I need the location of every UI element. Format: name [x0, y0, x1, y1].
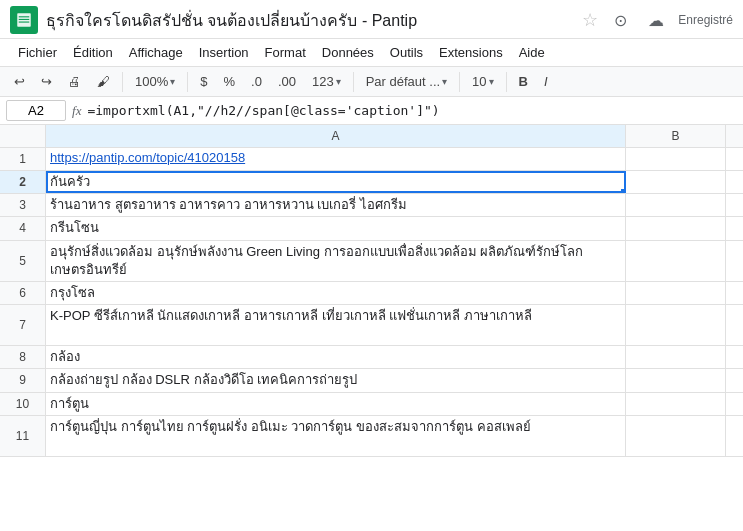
print-button[interactable]: 🖨 — [62, 71, 87, 92]
star-icon[interactable]: ☆ — [582, 9, 598, 31]
cell-b10[interactable] — [626, 393, 726, 415]
cell-a10[interactable]: การ์ตูน — [46, 393, 626, 415]
cell-a3-content: ร้านอาหาร สูตรอาหาร อาหารคาว อาหารหวาน เ… — [50, 196, 407, 214]
table-row: 2 กันครัว — [0, 171, 743, 194]
cell-a11-content: การ์ตูนญี่ปุน การ์ตูนไทย การ์ตูนฝรั่ง อน… — [50, 418, 531, 436]
cell-b2[interactable] — [626, 171, 726, 193]
cell-a11[interactable]: การ์ตูนญี่ปุน การ์ตูนไทย การ์ตูนฝรั่ง อน… — [46, 416, 626, 456]
cell-b9[interactable] — [626, 369, 726, 391]
redo-button[interactable]: ↪ — [35, 71, 58, 92]
table-row: 4 กรีนโซน — [0, 217, 743, 240]
menu-donnees[interactable]: Données — [314, 41, 382, 64]
cell-a6-content: กรุงโซล — [50, 284, 95, 302]
fontsize-dropdown[interactable]: 10 ▾ — [466, 71, 499, 92]
decimal00-button[interactable]: .00 — [272, 71, 302, 92]
separator-3 — [353, 72, 354, 92]
column-header-a[interactable]: A — [46, 125, 626, 147]
row-number-9[interactable]: 9 — [0, 369, 46, 391]
format-type-dropdown[interactable]: 123 ▾ — [306, 71, 347, 92]
cell-a5-content: อนุรักษ์สิ่งแวดล้อม อนุรักษ์พลังงาน Gree… — [50, 243, 621, 279]
cell-a9-content: กล้องถ่ายรูป กล้อง DSLR กล้องวิดีโอ เทคน… — [50, 371, 357, 389]
title-bar: ธุรกิจใครโดนดิสรัปชั่น จนต้องเปลี่ยนบ้าง… — [0, 0, 743, 39]
row-number-6[interactable]: 6 — [0, 282, 46, 304]
svg-rect-3 — [19, 22, 30, 23]
row-number-8[interactable]: 8 — [0, 346, 46, 368]
currency-button[interactable]: $ — [194, 71, 213, 92]
formula-content: =importxml(A1,"//h2//span[@class='captio… — [87, 103, 737, 118]
chevron-down-icon-3: ▾ — [442, 76, 447, 87]
menu-extensions[interactable]: Extensions — [431, 41, 511, 64]
history-icon[interactable]: ⊙ — [606, 6, 634, 34]
menu-fichier[interactable]: Fichier — [10, 41, 65, 64]
separator-1 — [122, 72, 123, 92]
toolbar: ↩ ↪ 🖨 🖌 100% ▾ $ % .0 .00 123 ▾ Par défa… — [0, 66, 743, 97]
decimal0-button[interactable]: .0 — [245, 71, 268, 92]
row-number-3[interactable]: 3 — [0, 194, 46, 216]
formula-icon: fx — [72, 103, 81, 119]
row-number-4[interactable]: 4 — [0, 217, 46, 239]
cell-a2[interactable]: กันครัว — [46, 171, 626, 193]
cell-a9[interactable]: กล้องถ่ายรูป กล้อง DSLR กล้องวิดีโอ เทคน… — [46, 369, 626, 391]
cell-b6[interactable] — [626, 282, 726, 304]
menu-format[interactable]: Format — [257, 41, 314, 64]
zoom-dropdown[interactable]: 100% ▾ — [129, 71, 181, 92]
cell-b7[interactable] — [626, 305, 726, 345]
cell-b11[interactable] — [626, 416, 726, 456]
undo-button[interactable]: ↩ — [8, 71, 31, 92]
svg-rect-2 — [19, 19, 30, 20]
cloud-icon[interactable]: ☁ — [642, 6, 670, 34]
document-title: ธุรกิจใครโดนดิสรัปชั่น จนต้องเปลี่ยนบ้าง… — [46, 8, 582, 33]
cell-a7-content: K-POP ซีรีส์เกาหลี นักแสดงเกาหลี อาหารเก… — [50, 307, 532, 325]
cell-a7[interactable]: K-POP ซีรีส์เกาหลี นักแสดงเกาหลี อาหารเก… — [46, 305, 626, 345]
cell-b3[interactable] — [626, 194, 726, 216]
column-header-b[interactable]: B — [626, 125, 726, 147]
cell-a1[interactable]: https://pantip.com/topic/41020158 — [46, 148, 626, 170]
menu-bar: Fichier Édition Affichage Insertion Form… — [0, 39, 743, 66]
svg-rect-1 — [19, 16, 30, 17]
row-number-5[interactable]: 5 — [0, 241, 46, 281]
cell-a8-content: กล้อง — [50, 348, 80, 366]
spreadsheet: A B 1 https://pantip.com/topic/41020158 … — [0, 125, 743, 531]
menu-affichage[interactable]: Affichage — [121, 41, 191, 64]
cell-a2-content: กันครัว — [50, 173, 90, 191]
font-dropdown[interactable]: Par défaut ... ▾ — [360, 71, 453, 92]
menu-insertion[interactable]: Insertion — [191, 41, 257, 64]
cell-a8[interactable]: กล้อง — [46, 346, 626, 368]
row-number-1[interactable]: 1 — [0, 148, 46, 170]
column-headers: A B — [0, 125, 743, 148]
fill-handle[interactable] — [621, 189, 626, 193]
cell-a4[interactable]: กรีนโซน — [46, 217, 626, 239]
cell-a1-link[interactable]: https://pantip.com/topic/41020158 — [50, 150, 245, 165]
cell-a4-content: กรีนโซน — [50, 219, 99, 237]
row-number-11[interactable]: 11 — [0, 416, 46, 456]
row-number-7[interactable]: 7 — [0, 305, 46, 345]
separator-2 — [187, 72, 188, 92]
save-status: Enregistré — [678, 13, 733, 27]
cell-b5[interactable] — [626, 241, 726, 281]
cell-a6[interactable]: กรุงโซล — [46, 282, 626, 304]
cell-a2-text2: ครัว — [67, 174, 90, 189]
table-row: 1 https://pantip.com/topic/41020158 — [0, 148, 743, 171]
menu-aide[interactable]: Aide — [511, 41, 553, 64]
cell-b8[interactable] — [626, 346, 726, 368]
table-row: 10 การ์ตูน — [0, 393, 743, 416]
bold-button[interactable]: B — [513, 71, 534, 92]
formula-bar: A2 fx =importxml(A1,"//h2//span[@class='… — [0, 97, 743, 125]
separator-5 — [506, 72, 507, 92]
row-number-2[interactable]: 2 — [0, 171, 46, 193]
menu-edition[interactable]: Édition — [65, 41, 121, 64]
cell-b4[interactable] — [626, 217, 726, 239]
italic-button[interactable]: I — [538, 71, 554, 92]
paint-format-button[interactable]: 🖌 — [91, 71, 116, 92]
chevron-down-icon: ▾ — [170, 76, 175, 87]
percent-button[interactable]: % — [217, 71, 241, 92]
row-number-10[interactable]: 10 — [0, 393, 46, 415]
cell-a3[interactable]: ร้านอาหาร สูตรอาหาร อาหารคาว อาหารหวาน เ… — [46, 194, 626, 216]
chevron-down-icon-2: ▾ — [336, 76, 341, 87]
table-row: 5 อนุรักษ์สิ่งแวดล้อม อนุรักษ์พลังงาน Gr… — [0, 241, 743, 282]
cell-a5[interactable]: อนุรักษ์สิ่งแวดล้อม อนุรักษ์พลังงาน Gree… — [46, 241, 626, 281]
cell-b1[interactable] — [626, 148, 726, 170]
chevron-down-icon-4: ▾ — [489, 76, 494, 87]
menu-outils[interactable]: Outils — [382, 41, 431, 64]
cell-reference-input[interactable]: A2 — [6, 100, 66, 121]
